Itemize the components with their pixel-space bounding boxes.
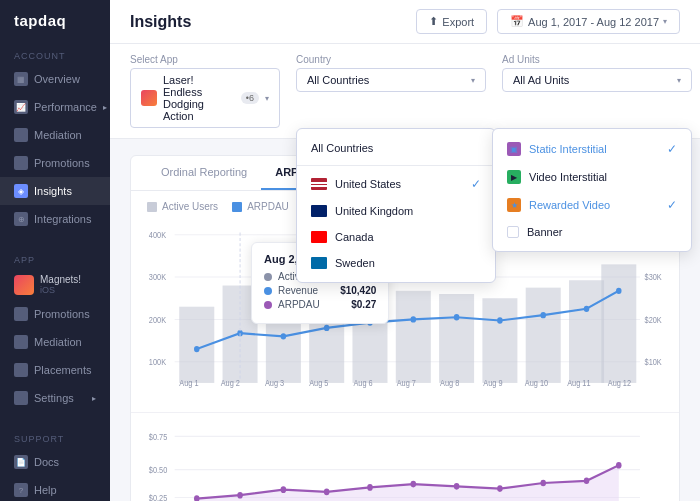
main-content: Insights ⬆ Export 📅 Aug 1, 2017 - Aug 12…: [110, 0, 700, 501]
sidebar-item-app-mediation[interactable]: Mediation: [0, 328, 110, 356]
sidebar: tapdaq ACCOUNT ▦ Overview 📈 Performance …: [0, 0, 110, 501]
sidebar-item-app-placements[interactable]: Placements: [0, 356, 110, 384]
svg-point-33: [616, 288, 622, 294]
svg-point-28: [411, 316, 417, 322]
overview-icon: ▦: [14, 72, 28, 86]
svg-text:300K: 300K: [149, 273, 167, 283]
dropdown-item-uk[interactable]: United Kingdom: [297, 198, 495, 224]
country-filter-select[interactable]: All Countries ▾: [296, 68, 486, 92]
country-se-label: Sweden: [335, 257, 375, 269]
docs-icon: 📄: [14, 455, 28, 469]
ad-units-filter-select[interactable]: All Ad Units ▾: [502, 68, 692, 92]
legend-arpdau-label: ARPDAU: [247, 201, 289, 212]
chevron-down-icon: ▾: [471, 76, 475, 85]
sidebar-item-docs[interactable]: 📄 Docs: [0, 448, 110, 476]
app-name: Magnets!: [40, 274, 81, 285]
export-label: Export: [442, 16, 474, 28]
dropdown-item-ca[interactable]: Canada: [297, 224, 495, 250]
date-picker-button[interactable]: 📅 Aug 1, 2017 - Aug 12 2017 ▾: [497, 9, 680, 34]
ca-flag-icon: [311, 231, 327, 243]
export-button[interactable]: ⬆ Export: [416, 9, 487, 34]
country-uk-label: United Kingdom: [335, 205, 413, 217]
sidebar-item-label: Promotions: [34, 157, 90, 169]
selected-checkmark: ✓: [471, 177, 481, 191]
app-filter-group: Select App Laser! Endless Dodging Action…: [130, 54, 280, 128]
sidebar-item-app-settings[interactable]: Settings ▸: [0, 384, 110, 412]
rewarded-video-icon: ★: [507, 198, 521, 212]
sidebar-item-integrations[interactable]: ⊕ Integrations: [0, 205, 110, 233]
static-interstitial-icon: ▣: [507, 142, 521, 156]
placements-icon: [14, 363, 28, 377]
sidebar-item-app-promotions[interactable]: Promotions: [0, 300, 110, 328]
support-section-label: SUPPORT: [0, 424, 110, 448]
svg-text:Aug 3: Aug 3: [265, 379, 285, 389]
app-filter-label: Select App: [130, 54, 280, 65]
header-actions: ⬆ Export 📅 Aug 1, 2017 - Aug 12 2017 ▾: [416, 9, 680, 34]
tooltip-revenue-row: Revenue $10,420: [264, 285, 376, 296]
sidebar-item-performance[interactable]: 📈 Performance ▸: [0, 93, 110, 121]
us-flag-icon: [311, 178, 327, 190]
svg-text:Aug 9: Aug 9: [483, 379, 503, 389]
ad-unit-item-banner[interactable]: Banner: [493, 219, 691, 245]
date-range-label: Aug 1, 2017 - Aug 12 2017: [528, 16, 659, 28]
ad-unit-item-video[interactable]: ▶ Video Interstitial: [493, 163, 691, 191]
tooltip-revenue-value: $10,420: [340, 285, 376, 296]
svg-text:$0.50: $0.50: [149, 465, 168, 475]
svg-text:Aug 1: Aug 1: [179, 379, 199, 389]
arpdau-chart-svg: $0.75 $0.50 $0.25 0: [147, 423, 663, 501]
ad-unit-item-rewarded[interactable]: ★ Rewarded Video ✓: [493, 191, 691, 219]
uk-flag-icon: [311, 205, 327, 217]
legend-arpdau-dot: [232, 202, 242, 212]
dropdown-item-us[interactable]: United States ✓: [297, 170, 495, 198]
svg-point-63: [584, 477, 590, 484]
tooltip-revenue-dot: [264, 287, 272, 295]
page-title: Insights: [130, 13, 191, 31]
sidebar-item-label: Integrations: [34, 213, 91, 225]
app-filter-badge: •6: [241, 92, 259, 104]
legend-active-users-dot: [147, 202, 157, 212]
svg-point-26: [324, 325, 330, 331]
country-filter-value: All Countries: [307, 74, 369, 86]
svg-text:Aug 11: Aug 11: [567, 379, 591, 389]
sidebar-item-insights[interactable]: ◈ Insights: [0, 177, 110, 205]
app-filter-value: Laser! Endless Dodging Action: [163, 74, 235, 122]
sidebar-item-label: Settings: [34, 392, 74, 404]
ad-units-filter-label: Ad Units: [502, 54, 692, 65]
app-filter-select[interactable]: Laser! Endless Dodging Action •6 ▾: [130, 68, 280, 128]
sidebar-item-promotions[interactable]: Promotions: [0, 149, 110, 177]
tooltip-arpdau-dot: [264, 301, 272, 309]
sidebar-item-mediation[interactable]: Mediation: [0, 121, 110, 149]
dropdown-item-all-countries[interactable]: All Countries: [297, 135, 495, 161]
svg-text:Aug 6: Aug 6: [353, 379, 373, 389]
svg-text:Aug 12: Aug 12: [608, 379, 632, 389]
sidebar-item-label: Overview: [34, 73, 80, 85]
svg-text:100K: 100K: [149, 357, 167, 367]
country-ca-label: Canada: [335, 231, 374, 243]
svg-text:Aug 5: Aug 5: [309, 379, 329, 389]
sidebar-app-magnets[interactable]: Magnets! iOS: [0, 269, 110, 300]
tab-ordinal-reporting[interactable]: Ordinal Reporting: [147, 156, 261, 190]
mediation-icon: [14, 128, 28, 142]
sidebar-item-label: Performance: [34, 101, 97, 113]
dropdown-item-se[interactable]: Sweden: [297, 250, 495, 276]
svg-text:400K: 400K: [149, 230, 167, 240]
dropdown-divider: [297, 165, 495, 166]
sidebar-item-overview[interactable]: ▦ Overview: [0, 65, 110, 93]
sidebar-item-label: Mediation: [34, 129, 82, 141]
ad-unit-rewarded-label: Rewarded Video: [529, 199, 610, 211]
ad-unit-item-static[interactable]: ▣ Static Interstitial ✓: [493, 135, 691, 163]
legend-active-users-label: Active Users: [162, 201, 218, 212]
app-section-label: APP: [0, 245, 110, 269]
svg-text:Aug 2: Aug 2: [221, 379, 241, 389]
svg-point-23: [194, 346, 200, 352]
svg-point-29: [454, 314, 460, 320]
sidebar-item-label: Docs: [34, 456, 59, 468]
se-flag-icon: [311, 257, 327, 269]
rewarded-checkmark: ✓: [667, 198, 677, 212]
svg-text:200K: 200K: [149, 315, 167, 325]
filters-bar: Select App Laser! Endless Dodging Action…: [110, 44, 700, 139]
svg-point-60: [454, 483, 460, 490]
legend-arpdau: ARPDAU: [232, 201, 289, 212]
sidebar-item-help[interactable]: ? Help: [0, 476, 110, 501]
svg-text:Aug 8: Aug 8: [440, 379, 460, 389]
